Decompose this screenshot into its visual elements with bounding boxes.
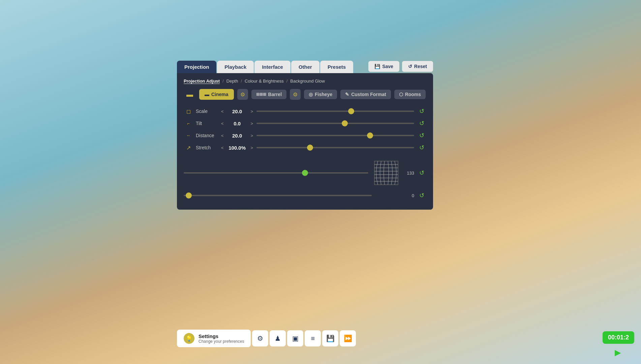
barrel-bottom-slider-track[interactable] bbox=[184, 194, 372, 196]
fisheye-icon: ◎ bbox=[309, 92, 313, 97]
scale-icon: ◻ bbox=[184, 107, 193, 116]
breadcrumb-colour-brightness[interactable]: Colour & Brightness bbox=[245, 79, 284, 84]
scale-decrease-button[interactable]: < bbox=[220, 109, 224, 114]
gear-icon: ⚙ bbox=[240, 91, 245, 98]
breadcrumb-sep-1: / bbox=[222, 79, 224, 84]
barrel-top-slider-track[interactable] bbox=[184, 172, 368, 174]
toolbar-screen-button[interactable]: ▣ bbox=[287, 330, 303, 346]
breadcrumb-sep-3: / bbox=[286, 79, 288, 84]
save-reset-group: 💾 Save ↺ Reset bbox=[368, 61, 433, 73]
tilt-reset-button[interactable]: ↺ bbox=[417, 119, 426, 128]
scale-value: 20.0 bbox=[227, 109, 247, 114]
tab-presets[interactable]: Presets bbox=[320, 61, 353, 73]
tab-interface[interactable]: Interface bbox=[254, 61, 291, 73]
rooms-icon: ⬡ bbox=[399, 92, 403, 97]
barrel-bottom-value: 0 bbox=[404, 193, 414, 198]
fisheye-button[interactable]: ◎ Fisheye bbox=[304, 90, 337, 99]
cinema-icon: ▬ bbox=[205, 92, 209, 97]
reset-button[interactable]: ↺ Reset bbox=[402, 61, 433, 72]
breadcrumb-background-glow[interactable]: Background Glow bbox=[290, 79, 325, 84]
distance-slider-row: ↔ Distance < 20.0 > ↺ bbox=[184, 131, 426, 140]
barrel-bottom-reset-button[interactable]: ↺ bbox=[417, 191, 426, 200]
tilt-increase-button[interactable]: > bbox=[250, 121, 254, 126]
cinema-gear-button[interactable]: ⚙ bbox=[237, 89, 248, 100]
format-buttons-row: ▬ ▬ Cinema ⚙ ⊞⊞⊞ Barrel ⚙ ◎ Fisheye ✎ C bbox=[184, 88, 426, 100]
stretch-value: 100.0% bbox=[227, 145, 247, 151]
settings-text-block: Settings Change your preferences bbox=[199, 333, 244, 344]
rooms-label: Rooms bbox=[405, 92, 421, 97]
scale-label: Scale bbox=[196, 109, 218, 114]
toolbar-exit-button[interactable]: ⏩ bbox=[340, 330, 356, 346]
distance-slider-track[interactable] bbox=[256, 134, 414, 136]
save-button[interactable]: 💾 Save bbox=[368, 61, 399, 72]
tilt-label: Tilt bbox=[196, 121, 218, 126]
distance-decrease-button[interactable]: < bbox=[220, 133, 224, 138]
barrel-top-value: 133 bbox=[404, 171, 414, 176]
barrel-bottom-slider-thumb[interactable] bbox=[186, 192, 192, 199]
settings-panel-wrapper: Projection Playback Interface Other Pres… bbox=[177, 61, 433, 210]
tab-projection[interactable]: Projection bbox=[177, 61, 216, 73]
tilt-decrease-button[interactable]: < bbox=[220, 121, 224, 126]
reset-label: Reset bbox=[414, 64, 427, 69]
breadcrumb-depth[interactable]: Depth bbox=[226, 79, 238, 84]
barrel-icon: ⊞⊞⊞ bbox=[256, 92, 266, 97]
scale-slider-track[interactable] bbox=[256, 110, 414, 112]
distance-icon: ↔ bbox=[184, 131, 193, 140]
barrel-button[interactable]: ⊞⊞⊞ Barrel bbox=[251, 90, 286, 99]
barrel-top-slider-thumb[interactable] bbox=[302, 170, 308, 176]
slider-section: ◻ Scale < 20.0 > ↺ ⌐ Tilt < 0.0 > bbox=[184, 107, 426, 152]
breadcrumb-projection-adjust[interactable]: Projection Adjust bbox=[184, 79, 220, 84]
scale-increase-button[interactable]: > bbox=[250, 109, 254, 114]
toolbar-save-button[interactable]: 💾 bbox=[322, 330, 338, 346]
breadcrumb: Projection Adjust / Depth / Colour & Bri… bbox=[184, 79, 426, 84]
stretch-increase-button[interactable]: > bbox=[250, 145, 254, 150]
toolbar-person-button[interactable]: ♟ bbox=[270, 330, 286, 346]
stretch-decrease-button[interactable]: < bbox=[220, 145, 224, 150]
tab-playback[interactable]: Playback bbox=[217, 61, 254, 73]
stretch-slider-thumb[interactable] bbox=[307, 145, 313, 151]
settings-info-panel: 💡 Settings Change your preferences bbox=[177, 330, 251, 347]
barrel-section: 133 ↺ 0 ↺ bbox=[184, 158, 426, 200]
timer-badge: 00:01:2 bbox=[603, 331, 634, 344]
toolbar-exit-icon: ⏩ bbox=[344, 334, 352, 342]
toolbar-screen-icon: ▣ bbox=[292, 334, 299, 342]
barrel-top-reset-button[interactable]: ↺ bbox=[417, 168, 426, 178]
play-button[interactable]: ▶ bbox=[615, 348, 621, 357]
rooms-button[interactable]: ⬡ Rooms bbox=[394, 90, 426, 99]
barrel-gear-button[interactable]: ⚙ bbox=[290, 89, 301, 100]
tilt-slider-thumb[interactable] bbox=[342, 120, 348, 126]
stretch-reset-button[interactable]: ↺ bbox=[417, 143, 426, 152]
toolbar-menu-icon: ≡ bbox=[311, 335, 315, 342]
custom-format-icon: ✎ bbox=[345, 92, 349, 97]
toolbar-gear-button[interactable]: ⚙ bbox=[252, 330, 268, 346]
tilt-slider-track[interactable] bbox=[256, 122, 414, 124]
main-panel: Projection Adjust / Depth / Colour & Bri… bbox=[177, 73, 433, 210]
cinema-label: Cinema bbox=[211, 92, 228, 97]
barrel-gear-icon: ⚙ bbox=[293, 91, 298, 98]
scale-reset-button[interactable]: ↺ bbox=[417, 107, 426, 116]
settings-title: Settings bbox=[199, 333, 244, 339]
stretch-icon: ↗ bbox=[184, 143, 193, 152]
barrel-bottom-row: 0 ↺ bbox=[184, 191, 426, 200]
toolbar-save-icon: 💾 bbox=[326, 334, 335, 342]
tab-bar: Projection Playback Interface Other Pres… bbox=[177, 61, 433, 73]
toolbar-menu-button[interactable]: ≡ bbox=[305, 330, 321, 346]
play-icon: ▶ bbox=[615, 348, 621, 357]
tilt-icon: ⌐ bbox=[184, 119, 193, 128]
cinema-button[interactable]: ▬ Cinema bbox=[199, 89, 234, 100]
distance-value: 20.0 bbox=[227, 133, 247, 139]
stretch-slider-track[interactable] bbox=[256, 147, 414, 149]
custom-format-label: Custom Format bbox=[351, 92, 386, 97]
distance-slider-thumb[interactable] bbox=[367, 132, 373, 139]
barrel-top-row: 133 ↺ bbox=[184, 158, 426, 188]
barrel-visual bbox=[371, 158, 401, 188]
distance-reset-button[interactable]: ↺ bbox=[417, 131, 426, 140]
fisheye-label: Fisheye bbox=[315, 92, 332, 97]
custom-format-button[interactable]: ✎ Custom Format bbox=[340, 90, 391, 99]
breadcrumb-sep-2: / bbox=[241, 79, 242, 84]
scale-slider-thumb[interactable] bbox=[348, 108, 354, 114]
distance-increase-button[interactable]: > bbox=[250, 133, 254, 138]
tab-other[interactable]: Other bbox=[291, 61, 319, 73]
distance-label: Distance bbox=[196, 133, 218, 138]
tilt-value: 0.0 bbox=[227, 121, 247, 126]
